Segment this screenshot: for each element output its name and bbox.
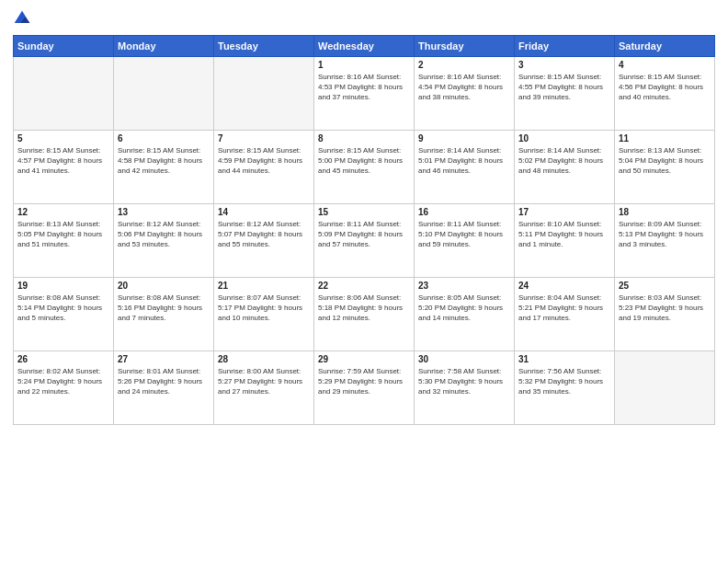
week-row-3: 19Sunrise: 8:08 AM Sunset: 5:14 PM Dayli… bbox=[14, 278, 715, 351]
day-info: Sunrise: 8:13 AM Sunset: 5:04 PM Dayligh… bbox=[619, 145, 711, 177]
day-number: 29 bbox=[318, 354, 410, 364]
day-number: 31 bbox=[518, 354, 610, 364]
weekday-header-thursday: Thursday bbox=[415, 36, 515, 57]
day-cell: 31Sunrise: 7:56 AM Sunset: 5:32 PM Dayli… bbox=[515, 351, 615, 425]
day-cell: 4Sunrise: 8:15 AM Sunset: 4:56 PM Daylig… bbox=[615, 57, 715, 131]
day-info: Sunrise: 8:16 AM Sunset: 4:53 PM Dayligh… bbox=[318, 72, 410, 103]
day-number: 13 bbox=[118, 207, 210, 217]
day-number: 4 bbox=[619, 60, 711, 70]
day-info: Sunrise: 8:12 AM Sunset: 5:06 PM Dayligh… bbox=[118, 219, 210, 250]
day-cell: 28Sunrise: 8:00 AM Sunset: 5:27 PM Dayli… bbox=[214, 351, 314, 425]
day-cell: 8Sunrise: 8:15 AM Sunset: 5:00 PM Daylig… bbox=[314, 131, 415, 204]
day-cell: 18Sunrise: 8:09 AM Sunset: 5:13 PM Dayli… bbox=[615, 204, 715, 278]
day-number: 11 bbox=[619, 133, 711, 144]
day-cell: 30Sunrise: 7:58 AM Sunset: 5:30 PM Dayli… bbox=[415, 351, 515, 425]
day-number: 27 bbox=[118, 354, 210, 364]
day-info: Sunrise: 8:08 AM Sunset: 5:16 PM Dayligh… bbox=[118, 293, 210, 324]
weekday-header-saturday: Saturday bbox=[615, 36, 715, 57]
logo-icon bbox=[13, 9, 31, 28]
day-cell: 26Sunrise: 8:02 AM Sunset: 5:24 PM Dayli… bbox=[14, 351, 114, 425]
day-info: Sunrise: 8:15 AM Sunset: 5:00 PM Dayligh… bbox=[318, 145, 410, 177]
day-number: 15 bbox=[318, 207, 410, 217]
day-info: Sunrise: 8:06 AM Sunset: 5:18 PM Dayligh… bbox=[318, 293, 410, 324]
day-number: 9 bbox=[418, 133, 510, 144]
day-cell bbox=[214, 57, 314, 131]
day-info: Sunrise: 8:05 AM Sunset: 5:20 PM Dayligh… bbox=[418, 293, 510, 324]
day-cell: 24Sunrise: 8:04 AM Sunset: 5:21 PM Dayli… bbox=[515, 278, 615, 351]
day-number: 6 bbox=[118, 133, 210, 144]
day-cell: 15Sunrise: 8:11 AM Sunset: 5:09 PM Dayli… bbox=[314, 204, 415, 278]
day-cell: 17Sunrise: 8:10 AM Sunset: 5:11 PM Dayli… bbox=[515, 204, 615, 278]
day-cell: 23Sunrise: 8:05 AM Sunset: 5:20 PM Dayli… bbox=[415, 278, 515, 351]
day-info: Sunrise: 8:00 AM Sunset: 5:27 PM Dayligh… bbox=[218, 366, 310, 397]
day-info: Sunrise: 8:12 AM Sunset: 5:07 PM Dayligh… bbox=[218, 219, 310, 250]
day-info: Sunrise: 8:07 AM Sunset: 5:17 PM Dayligh… bbox=[218, 293, 310, 324]
weekday-header-wednesday: Wednesday bbox=[314, 36, 415, 57]
day-cell: 2Sunrise: 8:16 AM Sunset: 4:54 PM Daylig… bbox=[415, 57, 515, 131]
calendar-table: SundayMondayTuesdayWednesdayThursdayFrid… bbox=[13, 35, 715, 425]
day-cell: 29Sunrise: 7:59 AM Sunset: 5:29 PM Dayli… bbox=[314, 351, 415, 425]
day-info: Sunrise: 8:04 AM Sunset: 5:21 PM Dayligh… bbox=[518, 293, 610, 324]
day-number: 25 bbox=[619, 281, 711, 291]
day-info: Sunrise: 8:11 AM Sunset: 5:09 PM Dayligh… bbox=[318, 219, 410, 250]
weekday-header-row: SundayMondayTuesdayWednesdayThursdayFrid… bbox=[14, 36, 715, 57]
day-number: 19 bbox=[17, 281, 109, 291]
day-cell: 1Sunrise: 8:16 AM Sunset: 4:53 PM Daylig… bbox=[314, 57, 415, 131]
day-cell: 13Sunrise: 8:12 AM Sunset: 5:06 PM Dayli… bbox=[114, 204, 214, 278]
day-number: 16 bbox=[418, 207, 510, 217]
day-info: Sunrise: 7:59 AM Sunset: 5:29 PM Dayligh… bbox=[318, 366, 410, 397]
day-cell: 9Sunrise: 8:14 AM Sunset: 5:01 PM Daylig… bbox=[415, 131, 515, 204]
header bbox=[13, 9, 715, 28]
day-info: Sunrise: 8:15 AM Sunset: 4:55 PM Dayligh… bbox=[518, 72, 610, 103]
day-number: 8 bbox=[318, 133, 410, 144]
day-cell: 3Sunrise: 8:15 AM Sunset: 4:55 PM Daylig… bbox=[515, 57, 615, 131]
day-info: Sunrise: 8:03 AM Sunset: 5:23 PM Dayligh… bbox=[619, 293, 711, 324]
weekday-header-tuesday: Tuesday bbox=[214, 36, 314, 57]
day-info: Sunrise: 8:15 AM Sunset: 4:59 PM Dayligh… bbox=[218, 145, 310, 177]
day-cell bbox=[14, 57, 114, 131]
weekday-header-monday: Monday bbox=[114, 36, 214, 57]
day-info: Sunrise: 8:13 AM Sunset: 5:05 PM Dayligh… bbox=[17, 219, 109, 250]
day-cell bbox=[615, 351, 715, 425]
day-number: 7 bbox=[218, 133, 310, 144]
day-number: 17 bbox=[518, 207, 610, 217]
day-cell: 11Sunrise: 8:13 AM Sunset: 5:04 PM Dayli… bbox=[615, 131, 715, 204]
day-cell: 21Sunrise: 8:07 AM Sunset: 5:17 PM Dayli… bbox=[214, 278, 314, 351]
day-info: Sunrise: 8:11 AM Sunset: 5:10 PM Dayligh… bbox=[418, 219, 510, 250]
week-row-1: 5Sunrise: 8:15 AM Sunset: 4:57 PM Daylig… bbox=[14, 131, 715, 204]
logo bbox=[13, 9, 35, 28]
day-info: Sunrise: 8:02 AM Sunset: 5:24 PM Dayligh… bbox=[17, 366, 109, 397]
day-cell: 27Sunrise: 8:01 AM Sunset: 5:26 PM Dayli… bbox=[114, 351, 214, 425]
day-number: 24 bbox=[518, 281, 610, 291]
day-info: Sunrise: 8:14 AM Sunset: 5:01 PM Dayligh… bbox=[418, 145, 510, 177]
day-number: 30 bbox=[418, 354, 510, 364]
day-cell: 14Sunrise: 8:12 AM Sunset: 5:07 PM Dayli… bbox=[214, 204, 314, 278]
day-cell: 19Sunrise: 8:08 AM Sunset: 5:14 PM Dayli… bbox=[14, 278, 114, 351]
day-cell bbox=[114, 57, 214, 131]
day-number: 23 bbox=[418, 281, 510, 291]
day-info: Sunrise: 8:15 AM Sunset: 4:58 PM Dayligh… bbox=[118, 145, 210, 177]
day-number: 14 bbox=[218, 207, 310, 217]
day-number: 20 bbox=[118, 281, 210, 291]
day-number: 10 bbox=[518, 133, 610, 144]
day-number: 18 bbox=[619, 207, 711, 217]
day-cell: 6Sunrise: 8:15 AM Sunset: 4:58 PM Daylig… bbox=[114, 131, 214, 204]
day-number: 3 bbox=[518, 60, 610, 70]
day-number: 5 bbox=[17, 133, 109, 144]
day-number: 22 bbox=[318, 281, 410, 291]
day-cell: 25Sunrise: 8:03 AM Sunset: 5:23 PM Dayli… bbox=[615, 278, 715, 351]
day-cell: 7Sunrise: 8:15 AM Sunset: 4:59 PM Daylig… bbox=[214, 131, 314, 204]
day-info: Sunrise: 8:10 AM Sunset: 5:11 PM Dayligh… bbox=[518, 219, 610, 250]
day-cell: 10Sunrise: 8:14 AM Sunset: 5:02 PM Dayli… bbox=[515, 131, 615, 204]
day-info: Sunrise: 8:08 AM Sunset: 5:14 PM Dayligh… bbox=[17, 293, 109, 324]
day-cell: 5Sunrise: 8:15 AM Sunset: 4:57 PM Daylig… bbox=[14, 131, 114, 204]
day-info: Sunrise: 8:14 AM Sunset: 5:02 PM Dayligh… bbox=[518, 145, 610, 177]
day-number: 21 bbox=[218, 281, 310, 291]
day-info: Sunrise: 8:15 AM Sunset: 4:57 PM Dayligh… bbox=[17, 145, 109, 177]
day-info: Sunrise: 8:01 AM Sunset: 5:26 PM Dayligh… bbox=[118, 366, 210, 397]
day-number: 1 bbox=[318, 60, 410, 70]
day-info: Sunrise: 8:15 AM Sunset: 4:56 PM Dayligh… bbox=[619, 72, 711, 103]
day-number: 12 bbox=[17, 207, 109, 217]
day-number: 26 bbox=[17, 354, 109, 364]
day-cell: 20Sunrise: 8:08 AM Sunset: 5:16 PM Dayli… bbox=[114, 278, 214, 351]
